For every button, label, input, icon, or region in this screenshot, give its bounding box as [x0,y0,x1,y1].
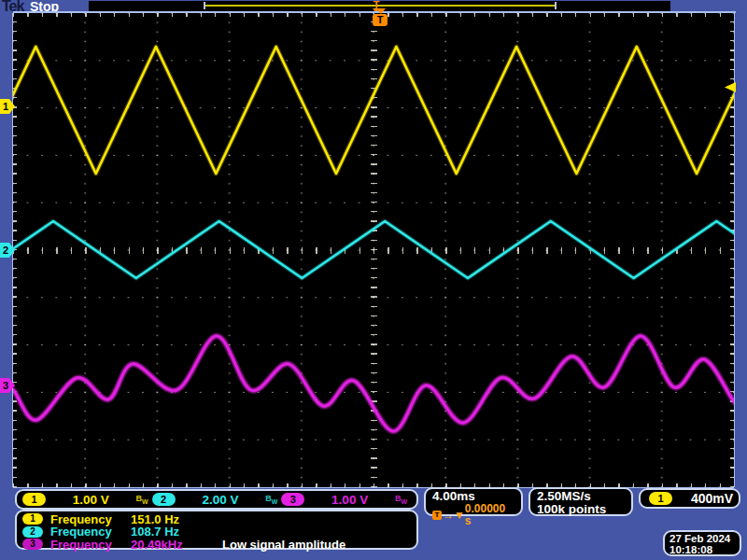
trigger-position-value: 0.00000 s [465,503,514,527]
measurement3-channel-badge: 3 [22,539,43,550]
channel1-bandwidth-icon: BW [136,494,148,505]
record-length: 100k points [537,503,625,516]
channel3-readout[interactable]: 3 1.00 V BW [281,493,411,507]
trigger-readout[interactable]: 1 400mV [639,488,740,509]
date-value: 27 Feb 2024 [669,533,735,544]
channel1-badge: 1 [22,493,46,506]
graticule-display [13,13,734,487]
measurement1-channel-badge: 1 [22,513,43,525]
measurement-row-1: 1 Frequency 151.0 Hz [22,513,411,525]
channel2-badge: 2 [152,493,176,506]
measurement2-channel-badge: 2 [22,526,43,538]
horizontal-readout[interactable]: 4.00ms T →▼ 0.00000 s [424,487,523,516]
trigger-position-flag[interactable]: T [373,14,388,26]
trigger-arrows-icon: →▼ [443,510,465,522]
time-value: 10:18:08 [669,544,735,555]
measurement-row-2: 2 Frequency 108.7 Hz [22,525,411,538]
channel2-bandwidth-icon: BW [265,494,277,505]
measurement3-note: Low signal amplitude [222,538,345,552]
trigger-position-readout: T →▼ 0.00000 s [432,503,514,527]
trigger-t-icon: T [432,511,442,520]
trigger-source-badge: 1 [649,492,672,505]
time-per-division: 4.00ms [432,490,514,503]
measurement-readout-box[interactable]: 1 Frequency 151.0 Hz 2 Frequency 108.7 H… [15,510,418,550]
waveform-canvas [13,13,734,487]
measurement3-value: 20.49kHz [131,538,222,552]
channel2-readout[interactable]: 2 2.00 V BW [152,493,282,507]
channel1-readout[interactable]: 1 1.00 V BW [22,493,152,507]
channel-scale-readout-bar[interactable]: 1 1.00 V BW 2 2.00 V BW 3 1.00 V BW [15,489,418,510]
acquisition-readout[interactable]: 2.50MS/s 100k points [529,487,633,516]
oscilloscope-screen: Tek Stop T T 1 2 3 1 1.00 V BW 2 [0,0,747,560]
channel3-scale: 1.00 V [304,493,395,507]
datetime-readout[interactable]: 27 Feb 2024 10:18:08 [663,530,741,556]
trigger-level-value: 400mV [691,491,733,506]
channel1-scale: 1.00 V [46,493,136,507]
measurement-row-3: 3 Frequency 20.49kHz Low signal amplitud… [22,539,411,551]
measurement3-name: Frequency [50,538,131,552]
sample-rate: 2.50MS/s [537,490,625,503]
channel3-bandwidth-icon: BW [395,494,407,505]
channel2-scale: 2.00 V [176,493,266,507]
channel3-badge: 3 [281,493,304,506]
